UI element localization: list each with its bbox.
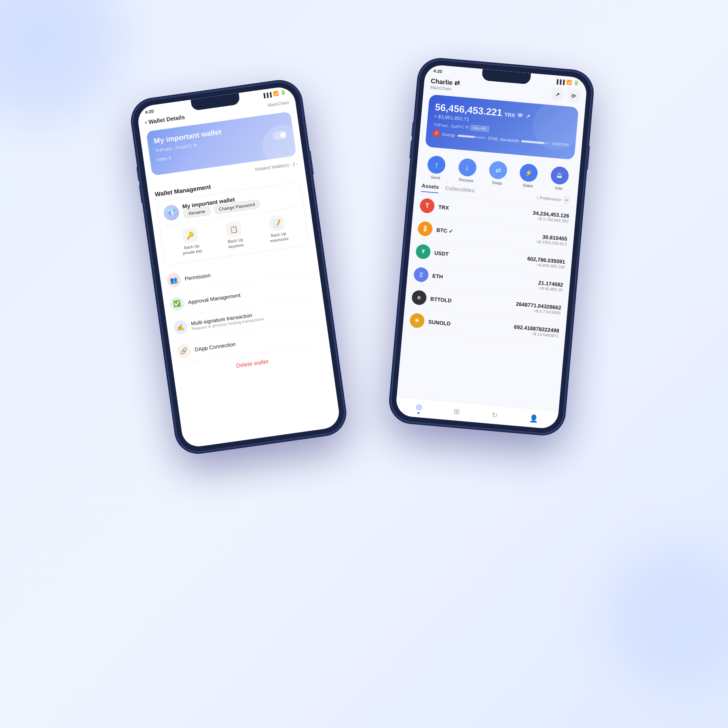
signal-icon: ▐▐▐ — [262, 92, 272, 98]
assets-nav-icon: ◎ — [415, 402, 423, 411]
energy-value: 37/60 — [488, 136, 498, 141]
tab-collectibles[interactable]: Collectibles — [445, 185, 475, 196]
backup-mnemonic[interactable]: 📝 Back Upmnemonic — [267, 215, 289, 244]
sun-name: SUNOLD — [428, 319, 514, 332]
bandwidth-value: 4000/5000 — [552, 142, 569, 147]
battery-icon: 🔋 — [280, 90, 286, 96]
copy-icon-right[interactable]: ⧉ — [466, 125, 469, 130]
eth-name: ETH — [432, 273, 539, 288]
approval-label: Approval Management — [188, 292, 241, 305]
left-phone: 4:20 ▐▐▐ 📶 🔋 ‹ Wallet Details MainChain … — [130, 79, 347, 455]
mgmt-avatar: 💎 — [163, 204, 180, 221]
energy-label: Energy — [442, 132, 455, 138]
preference-label: Preference — [540, 195, 562, 202]
backup-keystore[interactable]: 📋 Back Upkeystore — [225, 221, 244, 250]
nav-portfolio[interactable]: ⊞ — [453, 407, 460, 416]
keystore-icon: 📋 — [226, 221, 242, 237]
vote-icon: 🗳 — [550, 166, 569, 185]
status-icons-left: ▐▐▐ 📶 🔋 — [262, 90, 286, 98]
tab-assets[interactable]: Assets — [421, 182, 439, 193]
stake-action[interactable]: ⚡ Stake — [518, 163, 538, 189]
btt-amounts: 2648771.04328662 ≈$ 6.77419355 — [515, 301, 561, 315]
copy-icon[interactable]: ⧉ — [193, 142, 197, 148]
eth-icon: Ξ — [413, 267, 429, 283]
tron-icon: T — [432, 129, 440, 138]
expand-icon[interactable]: ↗ — [525, 113, 531, 120]
wifi-icon-right: 📶 — [566, 80, 572, 85]
backup-mn-label: Back Upmnemonic — [269, 231, 289, 243]
eth-amounts: 21.174682 ≈$ 85,885.35 — [538, 279, 563, 292]
nav-history[interactable]: ↻ — [491, 410, 498, 419]
sun-amounts: 692.418878222498 ≈$ 13.5483871 — [513, 324, 559, 339]
signal-icon-right: ▐▐▐ — [555, 79, 565, 85]
usdt-icon: ₮ — [415, 244, 431, 260]
status-icons-right: ▐▐▐ 📶 🔋 — [555, 78, 579, 86]
asset-list: T TRX 34,234,453.126 ≈$ 2,760,842.982 ₿ … — [402, 193, 576, 345]
swap-icon: ⇄ — [489, 161, 508, 180]
preference-btn[interactable]: ↕ Preference + — [536, 193, 571, 204]
approval-icon: ✅ — [169, 296, 185, 311]
non-hd-badge: Non-HD — [470, 125, 489, 132]
permission-icon: 👥 — [166, 272, 182, 288]
send-action[interactable]: ↑ Send — [426, 155, 446, 181]
history-nav-icon: ↻ — [491, 410, 498, 419]
portfolio-nav-icon: ⊞ — [453, 407, 460, 416]
battery-icon-right: 🔋 — [574, 80, 580, 86]
bottom-nav: ◎ ⊞ ↻ 👤 — [395, 397, 559, 430]
vote-label: Vote — [554, 186, 563, 191]
balance-card: 56,456,453.221 TRX 👁 ↗ ≈ $3,951,951.71 T… — [425, 94, 579, 160]
toggle-switch[interactable] — [272, 130, 287, 140]
mnemonic-icon: 📝 — [269, 215, 285, 231]
sort-icon: ↕ — [536, 195, 539, 200]
btc-icon: ₿ — [417, 221, 433, 237]
backup-ks-label: Back Upkeystore — [227, 237, 244, 250]
sun-icon: ☀ — [409, 313, 425, 328]
send-icon: ↑ — [427, 155, 446, 175]
bandwidth-bar — [521, 140, 549, 144]
btc-amounts: 30.810455 ≈$ 1555,934.813 — [536, 233, 567, 246]
receive-action[interactable]: ↓ Receive — [457, 158, 477, 183]
nav-assets[interactable]: ◎ — [415, 402, 423, 414]
header-icons: ↗ ⟳ — [551, 88, 580, 102]
add-asset-button[interactable]: + — [562, 195, 571, 204]
bandwidth-label: Bandwidth — [500, 137, 519, 143]
usdt-name: USDT — [434, 250, 527, 264]
stake-icon: ⚡ — [519, 163, 539, 183]
back-icon: ‹ — [144, 119, 148, 126]
scan-icon-btn[interactable]: ⟳ — [567, 89, 580, 103]
page-title: Wallet Details — [148, 114, 185, 125]
receive-icon: ↓ — [458, 158, 477, 177]
visibility-icon[interactable]: 👁 — [517, 112, 523, 119]
private-key-icon: 🔑 — [182, 227, 199, 244]
permission-label: Permission — [184, 272, 211, 281]
btc-name: BTC ✓ — [436, 227, 537, 242]
time-right: 4:20 — [433, 68, 442, 74]
receive-label: Receive — [459, 177, 474, 183]
trx-name: TRX — [438, 204, 533, 218]
backup-pk-label: Back Upprivate key — [182, 243, 203, 256]
send-label: Send — [430, 175, 440, 180]
dapp-label: DApp Connection — [194, 341, 236, 352]
time-left: 4:20 — [145, 108, 154, 114]
trx-amounts: 34,234,453.126 ≈$ 2,760,842.982 — [532, 210, 569, 224]
wifi-icon: 📶 — [273, 91, 279, 97]
chain-label-left: MainChain — [268, 100, 290, 108]
dapp-icon: 🔗 — [176, 343, 191, 359]
multisig-icon: ✍️ — [173, 320, 188, 335]
vote-action[interactable]: 🗳 Vote — [550, 166, 569, 191]
swap-action[interactable]: ⇄ Swap — [488, 161, 508, 186]
nav-profile[interactable]: 👤 — [529, 413, 538, 423]
btt-icon: B — [411, 290, 427, 305]
stake-label: Stake — [523, 183, 533, 188]
backup-private-key[interactable]: 🔑 Back Upprivate key — [180, 227, 203, 256]
transfer-icon-btn[interactable]: ↗ — [551, 88, 564, 101]
profile-nav-icon: 👤 — [529, 413, 538, 423]
balance-currency: TRX — [504, 112, 515, 119]
right-phone: 4:20 ▐▐▐ 📶 🔋 Charlie ⇄ MainChain ↗ ⟳ — [389, 58, 594, 436]
energy-bar — [457, 134, 485, 139]
swap-label: Swap — [492, 180, 502, 186]
btt-name: BTTOLD — [430, 296, 516, 309]
trx-icon: T — [419, 198, 435, 214]
usdt-amounts: 602,786.035091 ≈$ 606,000.199 — [527, 256, 565, 269]
